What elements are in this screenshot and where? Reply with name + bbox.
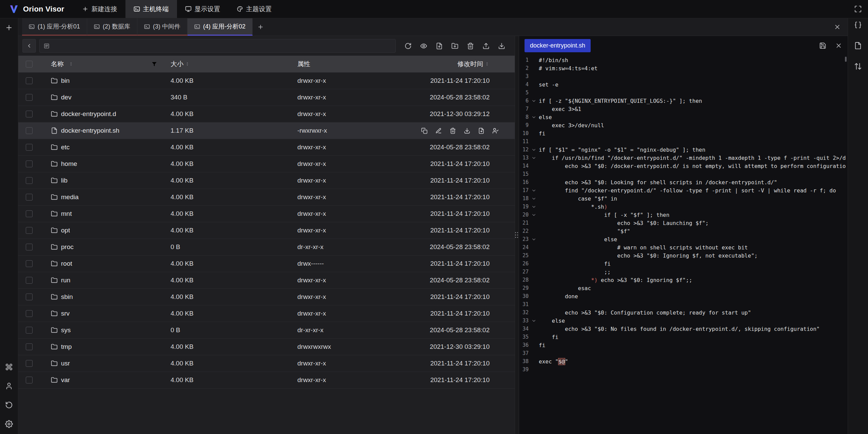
table-row[interactable]: docker-entrypoint.sh1.17 KB-rwxrwxr-x — [18, 122, 515, 139]
row-checkbox[interactable] — [26, 343, 33, 350]
new-connection-button[interactable] — [5, 24, 13, 32]
column-header-name[interactable]: 名称 — [51, 60, 64, 69]
row-checkbox[interactable] — [26, 111, 33, 117]
table-row[interactable]: home4.00 KBdrwxr-xr-x2021-11-24 17:20:10 — [18, 156, 515, 172]
new-folder-button[interactable] — [451, 42, 458, 50]
column-header-mtime[interactable]: 修改时间 — [457, 60, 483, 69]
path-input[interactable] — [53, 42, 391, 50]
row-checkbox[interactable] — [26, 94, 33, 101]
table-row[interactable]: tmp4.00 KBdrwxrwxrwx2021-12-30 03:29:10 — [18, 339, 515, 355]
terminal-tab-1[interactable]: (1) 应用-分析01 — [22, 18, 87, 36]
fold-toggle[interactable] — [529, 115, 539, 120]
filter-icon[interactable] — [152, 61, 157, 67]
show-hidden-button[interactable] — [420, 42, 427, 50]
table-row[interactable]: etc4.00 KBdrwxr-xr-x2024-05-28 23:58:02 — [18, 139, 515, 156]
download-button[interactable] — [498, 42, 505, 50]
table-row[interactable]: mnt4.00 KBdrwxr-xr-x2021-11-24 17:20:10 — [18, 206, 515, 222]
code-editor[interactable]: 1#!/bin/sh2# vim:sw=4:ts=4:et34set -e56i… — [519, 55, 848, 434]
close-button[interactable] — [834, 23, 841, 31]
fold-toggle[interactable] — [529, 237, 539, 242]
delete-button[interactable] — [467, 42, 474, 50]
fold-toggle[interactable] — [529, 212, 539, 218]
back-button[interactable] — [22, 39, 36, 53]
row-checkbox[interactable] — [26, 127, 33, 134]
row-action-edit[interactable] — [435, 128, 442, 134]
menu-item-new-connection[interactable]: 新建连接 — [74, 0, 125, 18]
editor-file-tab[interactable]: docker-entrypoint.sh — [525, 39, 591, 52]
row-checkbox[interactable] — [26, 194, 33, 201]
fold-toggle[interactable] — [529, 98, 539, 103]
fullscreen-button[interactable] — [854, 5, 862, 13]
row-checkbox[interactable] — [26, 177, 33, 184]
terminal-tab-2[interactable]: (2) 数据库 — [87, 18, 137, 36]
sort-icon[interactable] — [185, 61, 190, 67]
select-all-checkbox[interactable] — [26, 61, 33, 68]
table-row[interactable]: run4.00 KBdrwxr-xr-x2024-05-28 23:58:02 — [18, 272, 515, 289]
fold-toggle[interactable] — [529, 147, 539, 152]
fold-toggle[interactable] — [529, 204, 539, 209]
row-checkbox[interactable] — [26, 294, 33, 300]
row-checkbox[interactable] — [26, 360, 33, 367]
table-row[interactable]: proc0 Bdr-xr-xr-x2024-05-28 23:58:02 — [18, 239, 515, 256]
row-checkbox[interactable] — [26, 210, 33, 217]
table-row[interactable]: usr4.00 KBdrwxr-xr-x2021-11-24 17:20:10 — [18, 355, 515, 372]
row-checkbox[interactable] — [26, 260, 33, 267]
upload-button[interactable] — [482, 42, 490, 50]
file-manager-button[interactable] — [854, 42, 862, 50]
new-tab-button[interactable] — [253, 18, 268, 36]
panel-resize-handle[interactable] — [515, 36, 519, 434]
row-checkbox[interactable] — [26, 227, 33, 234]
table-row[interactable]: docker-entrypoint.d4.00 KBdrwxr-xr-x2021… — [18, 106, 515, 122]
fold-toggle[interactable] — [529, 318, 539, 323]
row-checkbox[interactable] — [26, 77, 33, 84]
terminal-tab-4[interactable]: (4) 应用-分析02 — [188, 18, 253, 36]
table-row[interactable]: root4.00 KBdrwx------2021-11-24 17:20:10 — [18, 256, 515, 272]
transfer-list-button[interactable] — [854, 62, 862, 70]
line-number: 20 — [519, 212, 529, 218]
editor-scrollbar[interactable] — [845, 57, 847, 62]
save-button[interactable] — [819, 42, 826, 49]
fold-toggle[interactable] — [529, 155, 539, 161]
path-list-icon[interactable] — [44, 43, 50, 49]
menu-item-theme-settings[interactable]: 主题设置 — [229, 0, 280, 18]
row-action-copy[interactable] — [421, 128, 428, 134]
table-row[interactable]: sbin4.00 KBdrwxr-xr-x2021-11-24 17:20:10 — [18, 289, 515, 305]
fold-toggle[interactable] — [529, 196, 539, 201]
menu-item-display-settings[interactable]: 显示设置 — [177, 0, 229, 18]
row-action-move[interactable] — [478, 128, 485, 134]
column-header-size[interactable]: 大小 — [171, 60, 183, 69]
terminal-tab-3[interactable]: (3) 中间件 — [137, 18, 188, 36]
row-checkbox[interactable] — [26, 377, 33, 383]
new-file-button[interactable] — [436, 42, 443, 50]
table-row[interactable]: opt4.00 KBdrwxr-xr-x2021-11-24 17:20:10 — [18, 222, 515, 239]
row-checkbox[interactable] — [26, 327, 33, 334]
row-action-delete[interactable] — [450, 128, 456, 134]
shortcuts-button[interactable] — [5, 363, 13, 371]
row-checkbox[interactable] — [26, 244, 33, 250]
code-snippet-button[interactable] — [854, 21, 862, 29]
table-row[interactable]: srv4.00 KBdrwxr-xr-x2021-11-24 17:20:10 — [18, 305, 515, 322]
row-checkbox[interactable] — [26, 277, 33, 284]
row-action-permission[interactable] — [492, 128, 499, 134]
table-row[interactable]: var4.00 KBdrwxr-xr-x2021-11-24 17:20:10 — [18, 372, 515, 389]
row-checkbox[interactable] — [26, 310, 33, 317]
row-checkbox[interactable] — [26, 144, 33, 151]
sort-icon[interactable] — [485, 61, 490, 67]
sort-icon[interactable] — [68, 61, 74, 67]
user-button[interactable] — [5, 382, 13, 390]
table-row[interactable]: dev340 Bdrwxr-xr-x2024-05-28 23:58:02 — [18, 89, 515, 106]
table-row[interactable]: sys0 Bdr-xr-xr-x2024-05-28 23:58:02 — [18, 322, 515, 339]
settings-button[interactable] — [5, 420, 13, 428]
fold-toggle[interactable] — [529, 188, 539, 193]
close-editor-button[interactable] — [835, 42, 842, 49]
table-row[interactable]: lib4.00 KBdrwxr-xr-x2021-11-24 17:20:10 — [18, 172, 515, 189]
file-mtime-cell: 2021-11-24 17:20:10 — [401, 206, 515, 222]
row-action-download[interactable] — [464, 128, 470, 134]
table-row[interactable]: bin4.00 KBdrwxr-xr-x2021-11-24 17:20:10 — [18, 73, 515, 89]
row-checkbox[interactable] — [26, 161, 33, 167]
line-number: 34 — [519, 326, 529, 332]
sync-button[interactable] — [5, 401, 13, 409]
table-row[interactable]: media4.00 KBdrwxr-xr-x2021-11-24 17:20:1… — [18, 189, 515, 206]
menu-item-host-terminal[interactable]: 主机终端 — [125, 0, 177, 18]
refresh-button[interactable] — [405, 42, 412, 50]
